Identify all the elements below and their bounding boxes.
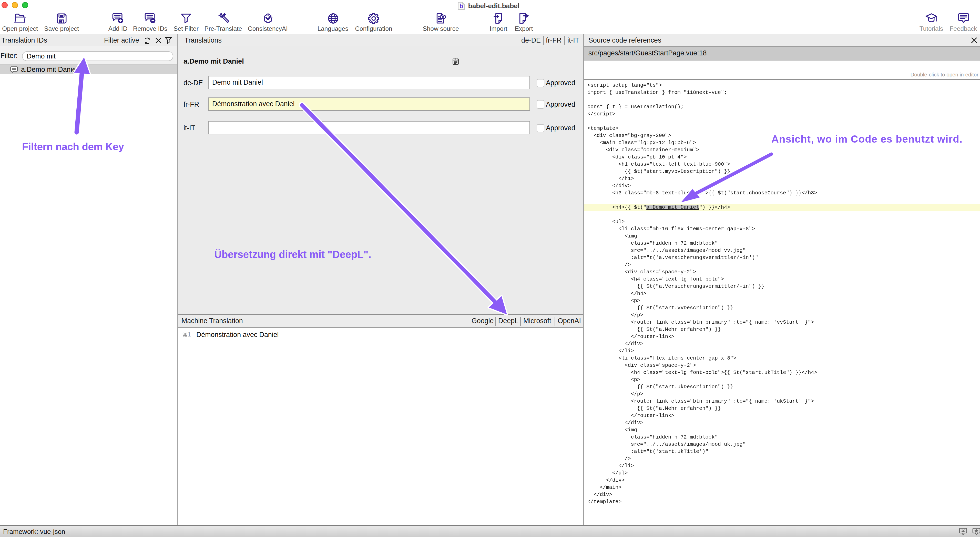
svg-text:b: b xyxy=(460,3,463,10)
